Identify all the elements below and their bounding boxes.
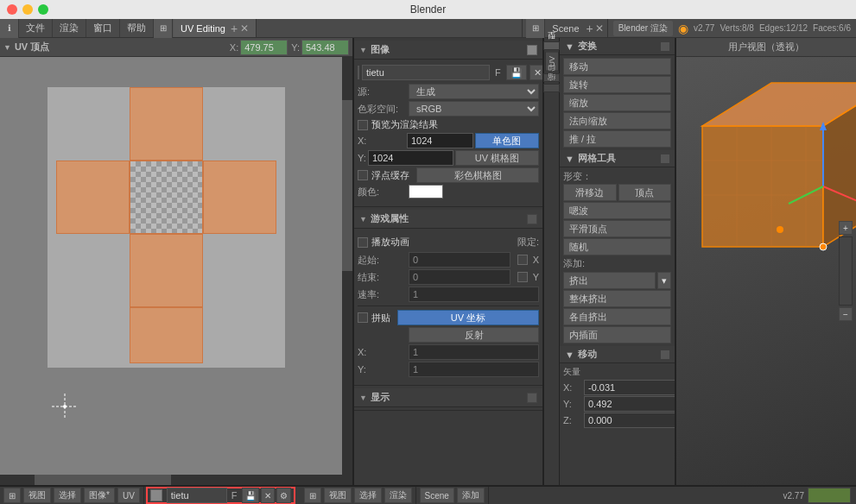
bottom-3d-render-btn[interactable]: 渲染 [384, 488, 412, 503]
uv-scrollbar-v[interactable] [342, 57, 352, 485]
y-input[interactable] [301, 40, 349, 55]
x-val-input[interactable] [584, 380, 676, 395]
speed-input[interactable] [409, 287, 539, 302]
colorspace-dropdown[interactable]: sRGB [409, 101, 539, 117]
tab-scene[interactable]: Scene [545, 23, 586, 34]
side-tab-print[interactable]: 印 [543, 73, 560, 82]
tile-checkbox[interactable] [358, 312, 368, 323]
info-icon[interactable]: ℹ [0, 19, 19, 38]
rotate-btn[interactable]: 旋转 [563, 76, 671, 93]
random-btn[interactable]: 随机 [563, 238, 671, 255]
zoom-scroll[interactable] [839, 236, 853, 306]
bottom-3d-view-btn[interactable]: 视图 [324, 488, 352, 503]
bottom-uv-btn[interactable]: UV [117, 488, 140, 503]
side-tab-type[interactable]: 型 [543, 41, 560, 50]
bottom-3d-select-btn[interactable]: 选择 [354, 488, 382, 503]
menu-file[interactable]: 文件 [19, 19, 53, 37]
image-name-input[interactable] [362, 65, 490, 80]
maximize-button[interactable] [38, 4, 48, 15]
push-pull-btn[interactable]: 推 / 拉 [563, 130, 671, 148]
zoom-in-btn[interactable]: + [839, 221, 853, 235]
minimize-button[interactable] [22, 4, 33, 15]
side-tab-uv[interactable]: UV [545, 52, 559, 72]
move-arrow: ▼ [565, 350, 574, 360]
layout-icon[interactable]: ⊞ [154, 19, 173, 38]
single-color-btn[interactable]: 单色图 [475, 133, 540, 148]
image-thumbnail [358, 66, 359, 79]
extrude-btn[interactable]: 挤出 [563, 272, 656, 289]
zoom-out-btn[interactable]: − [839, 307, 853, 321]
z-val-input[interactable] [584, 413, 676, 428]
smooth-move-btn[interactable]: 滑移边 [563, 184, 617, 201]
svg-point-16 [777, 226, 783, 233]
extrude-region-btn[interactable]: 整体挤出 [563, 290, 671, 307]
tab-add-icon[interactable]: + [231, 22, 238, 35]
bottom-image-btn[interactable]: 图像* [84, 488, 115, 503]
edges-info: Edges:12/12 [759, 23, 808, 33]
smooth-vertex-btn[interactable]: 平滑顶点 [563, 220, 671, 237]
color-label: 颜色: [358, 186, 405, 198]
uv-canvas[interactable] [0, 57, 352, 485]
bottom-f-label: F [229, 490, 240, 501]
bottom-scene-dropdown[interactable]: Scene [420, 488, 454, 503]
bottom-view-btn[interactable]: 视图 [23, 488, 51, 503]
prerender-checkbox[interactable] [358, 120, 368, 130]
reflect-btn[interactable]: 反射 [409, 327, 539, 343]
image-section-arrow: ▼ [359, 46, 367, 54]
limit-label: 限定: [517, 236, 539, 249]
x-checkbox[interactable] [517, 255, 528, 265]
tab-uv-editing[interactable]: UV Editing [181, 23, 225, 34]
normal-scale-btn[interactable]: 法向缩放 [563, 112, 671, 129]
bottom-save-btn[interactable]: 💾 [242, 488, 259, 503]
3d-viewport[interactable]: 用户视图（透视） [676, 38, 856, 485]
y-checkbox[interactable] [517, 272, 528, 282]
float-cache-checkbox[interactable] [358, 170, 368, 180]
y-val-input[interactable] [584, 396, 676, 412]
color-grid-btn[interactable]: 彩色棋格图 [416, 167, 539, 183]
bottom-close-btn[interactable]: ✕ [261, 488, 275, 503]
animate-checkbox[interactable] [358, 237, 368, 248]
height-input[interactable] [368, 150, 453, 166]
image-close-btn[interactable]: ✕ [529, 65, 544, 80]
start-input[interactable] [409, 252, 510, 268]
uv-scrollbar-h[interactable] [0, 475, 342, 485]
width-input[interactable] [407, 133, 473, 148]
end-input[interactable] [409, 269, 510, 285]
scene-layout-icon[interactable]: ⊞ [526, 19, 545, 38]
tile-y-input[interactable] [409, 362, 539, 377]
bottom-3d-icon-btn[interactable]: ⊞ [304, 488, 321, 503]
bottom-icon-btn[interactable]: ⊞ [3, 488, 21, 503]
close-button[interactable] [7, 4, 17, 15]
version-info: v2.77 [694, 23, 714, 33]
source-dropdown[interactable]: 生成 [409, 84, 539, 99]
start-label: 起始: [358, 254, 405, 267]
bottom-image-name-input[interactable] [167, 488, 227, 503]
menu-help[interactable]: 帮助 [120, 19, 154, 37]
scene-add-icon[interactable]: + [587, 22, 593, 35]
side-tab-scale[interactable]: 缩 [543, 84, 560, 92]
extrude-dropdown-icon[interactable]: ▾ [657, 272, 671, 289]
x-input[interactable] [240, 40, 288, 55]
display-section-title: 显示 [371, 391, 390, 404]
vertex-btn[interactable]: 顶点 [618, 184, 672, 201]
tab-close-icon[interactable]: ✕ [240, 22, 249, 35]
uv-grid-btn[interactable]: UV 棋格图 [455, 150, 539, 166]
extrude-individual-btn[interactable]: 各自挤出 [563, 308, 671, 325]
menu-window[interactable]: 窗口 [86, 19, 120, 37]
tile-x-input[interactable] [409, 344, 539, 360]
faces-info: Faces:6/6 [813, 23, 851, 33]
ripple-btn[interactable]: 嗯波 [563, 202, 671, 219]
move-btn[interactable]: 移动 [563, 58, 671, 75]
uv-coord-btn[interactable]: UV 坐标 [397, 310, 539, 325]
bottom-add-btn[interactable]: 添加 [457, 488, 485, 503]
color-swatch[interactable] [409, 185, 443, 198]
menu-render[interactable]: 渲染 [53, 19, 86, 37]
inset-btn[interactable]: 内插面 [563, 326, 671, 343]
scale-btn[interactable]: 缩放 [563, 94, 671, 111]
renderer-dropdown[interactable]: Blender 渲染 [613, 21, 673, 36]
scene-close-icon[interactable]: ✕ [595, 22, 604, 35]
bottom-settings-btn[interactable]: ⚙ [276, 488, 291, 503]
game-section-arrow: ▼ [359, 215, 367, 224]
bottom-select-btn[interactable]: 选择 [54, 488, 81, 503]
image-save-btn[interactable]: 💾 [506, 65, 527, 80]
